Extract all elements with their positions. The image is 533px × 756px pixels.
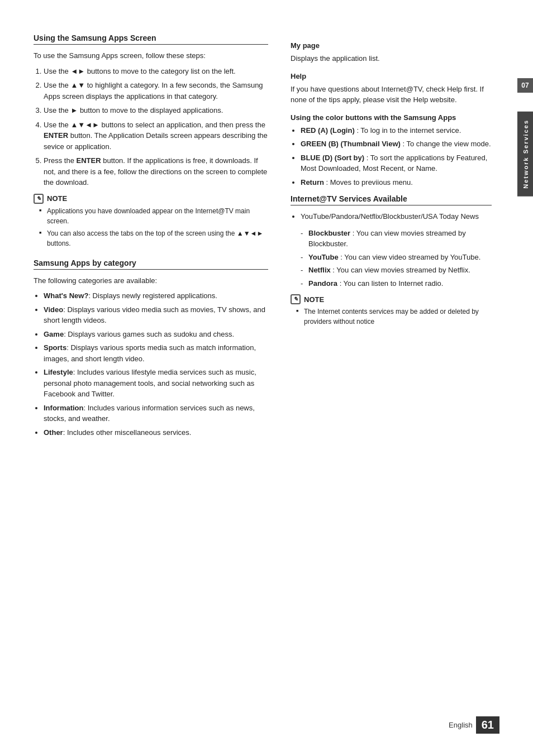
btn-return: Return : Moves to previious menu. [301, 177, 492, 188]
page-footer: English 61 [449, 716, 499, 734]
page-container: 07 Network Services Using the Samsung Ap… [0, 0, 533, 756]
internet-tv-main-item: YouTube/Pandora/Netflix/Blockbuster/USA … [301, 211, 492, 222]
cat-whats-new: What's New?: Displays newly registered a… [44, 290, 268, 302]
right-column: My page Displays the application list. H… [291, 34, 492, 443]
left-column: Using the Samsung Apps Screen To use the… [34, 34, 268, 443]
section1-title: Using the Samsung Apps Screen [34, 34, 268, 45]
section1-intro: To use the Samsung Apps screen, follow t… [34, 50, 268, 61]
section-help: Help If you have questions about Interne… [291, 72, 492, 106]
color-buttons-list: RED (A) (Login) : To log in to the inter… [301, 125, 492, 188]
btn-green: GREEN (B) (Thumbnail View) : To change t… [301, 138, 492, 150]
note-label: NOTE [47, 194, 67, 203]
note-icon: ✎ [34, 194, 44, 204]
section2-title: Samsung Apps by category [34, 259, 268, 270]
page-language: English [449, 721, 473, 729]
section1-note-header: ✎ NOTE [34, 194, 268, 204]
step-3: Use the ► button to move to the displaye… [44, 105, 268, 116]
cat-information: Information: Includes various informatio… [44, 403, 268, 424]
chapter-number: 07 [517, 78, 533, 93]
section1-note-items: Applications you have downloaded appear … [39, 206, 268, 248]
chapter-title: Network Services [517, 112, 533, 197]
internet-tv-note-items: The Internet contents services may be ad… [296, 307, 492, 327]
internet-tv-note-header: ✎ NOTE [291, 294, 492, 304]
internet-tv-pandora: Pandora : You can listen to Internet rad… [301, 278, 492, 289]
cat-video: Video: Displays various video media such… [44, 304, 268, 326]
cat-lifestyle: Lifestyle: Includes various lifestyle me… [44, 367, 268, 400]
my-page-title: My page [291, 41, 492, 50]
note-item-2: You can also access the tabs on the top … [39, 228, 268, 248]
help-title: Help [291, 72, 492, 80]
section-samsung-apps-category: Samsung Apps by category The following c… [34, 259, 268, 438]
help-text: If you have questions about Internet@TV,… [291, 84, 492, 106]
btn-red: RED (A) (Login) : To log in to the inter… [301, 125, 492, 136]
section-internet-tv: Internet@TV Services Available YouTube/P… [291, 194, 492, 327]
internet-tv-note-item-1: The Internet contents services may be ad… [296, 307, 492, 327]
internet-tv-netflix: Netflix : You can view movies streamed b… [301, 265, 492, 276]
internet-tv-note-label: NOTE [304, 295, 324, 304]
internet-tv-title: Internet@TV Services Available [291, 194, 492, 205]
internet-tv-youtube: YouTube : You can view video streamed by… [301, 252, 492, 263]
section-my-page: My page Displays the application list. [291, 41, 492, 64]
section2-intro: The following categories are available: [34, 275, 268, 286]
internet-tv-blockbuster: Blockbuster : You can view movies stream… [301, 228, 492, 250]
section1-steps: Use the ◄► buttons to move to the catego… [44, 66, 268, 188]
btn-blue: BLUE (D) (Sort by) : To sort the applica… [301, 152, 492, 174]
two-col-layout: Using the Samsung Apps Screen To use the… [34, 34, 499, 443]
page-number: 61 [476, 716, 499, 734]
step-4: Use the ▲▼◄► buttons to select an applic… [44, 119, 268, 152]
my-page-text: Displays the application list. [291, 53, 492, 64]
step-1: Use the ◄► buttons to move to the catego… [44, 66, 268, 77]
cat-other: Other: Includes other miscellaneous serv… [44, 427, 268, 438]
section-samsung-apps-screen: Using the Samsung Apps Screen To use the… [34, 34, 268, 248]
internet-tv-note: ✎ NOTE The Internet contents services ma… [291, 294, 492, 327]
cat-sports: Sports: Displays various sports media su… [44, 342, 268, 364]
section-color-buttons: Using the color buttons with the Samsung… [291, 113, 492, 188]
note-item-1: Applications you have downloaded appear … [39, 206, 268, 226]
section1-note: ✎ NOTE Applications you have downloaded … [34, 194, 268, 248]
cat-game: Game: Displays various games such as sud… [44, 329, 268, 340]
color-buttons-title: Using the color buttons with the Samsung… [291, 113, 492, 122]
category-list: What's New?: Displays newly registered a… [44, 290, 268, 438]
internet-tv-sub-list: Blockbuster : You can view movies stream… [301, 228, 492, 289]
note-icon-2: ✎ [291, 294, 301, 304]
step-2: Use the ▲▼ to highlight a category. In a… [44, 80, 268, 102]
internet-tv-main-list: YouTube/Pandora/Netflix/Blockbuster/USA … [301, 211, 492, 222]
step-5: Press the ENTER button. If the applicati… [44, 155, 268, 188]
